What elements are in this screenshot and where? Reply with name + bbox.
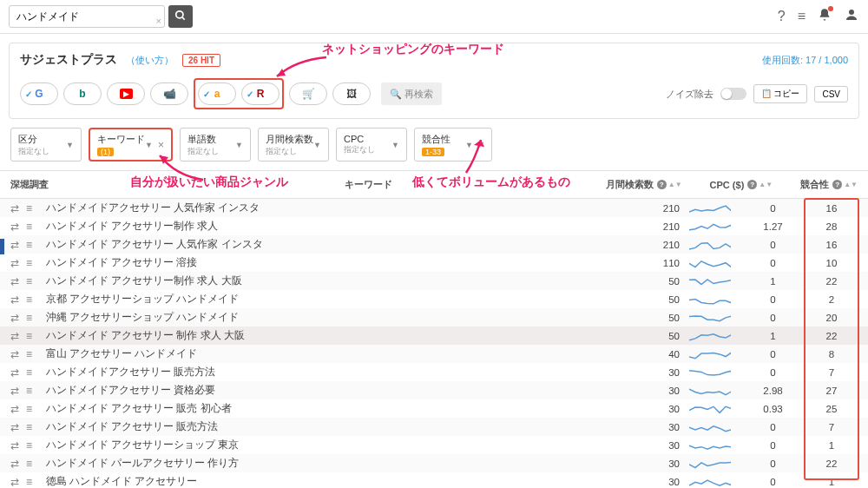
table-row[interactable]: ⇄≡ハンドメイドアクセサリー 人気作家 インスタ210016	[0, 199, 868, 217]
retweet-icon[interactable]: ⇄	[10, 385, 19, 397]
cell-cpc: 1	[740, 331, 806, 341]
menu-icon[interactable]: ≡	[26, 330, 32, 342]
menu-icon[interactable]: ≡	[26, 202, 32, 214]
cell-cpc: 0	[740, 458, 806, 469]
retweet-icon[interactable]: ⇄	[10, 366, 19, 379]
retweet-icon[interactable]: ⇄	[10, 330, 19, 342]
usage-link[interactable]: （使い方）	[126, 54, 174, 67]
filter-wordcount[interactable]: 単語数指定なし ▼	[180, 128, 251, 162]
table-row[interactable]: ⇄≡徳島 ハンドメイド アクセサリー3001	[0, 472, 868, 488]
retweet-icon[interactable]: ⇄	[10, 275, 19, 287]
menu-icon[interactable]: ≡	[26, 239, 32, 251]
filter-cpc[interactable]: CPC指定なし ▼	[336, 128, 407, 162]
close-icon[interactable]: ×	[158, 139, 164, 151]
table-row[interactable]: ⇄≡ハンドメイドアクセサリー 資格必要302.9827	[0, 381, 868, 399]
cell-cpc: 0	[740, 294, 806, 305]
svg-marker-3	[277, 69, 286, 76]
keyword-text: ハンドメイドアクセサリー 資格必要	[46, 384, 215, 397]
cell-cpc: 0	[740, 349, 806, 359]
filter-category[interactable]: 区分指定なし ▼	[10, 128, 82, 162]
source-youtube[interactable]: ▶	[107, 82, 145, 105]
table-row[interactable]: ⇄≡ハンドメイドアクセサリー 販売方法3007	[0, 363, 868, 381]
table-row[interactable]: ⇄≡ハンドメイド アクセサリー 溶接110010	[0, 254, 868, 272]
keyword-text: 徳島 ハンドメイド アクセサリー	[46, 475, 197, 488]
menu-icon[interactable]: ≡	[26, 275, 32, 287]
cell-volume: 30	[632, 404, 680, 414]
source-google[interactable]: G	[20, 82, 58, 105]
table-row[interactable]: ⇄≡ハンドメイド アクセサリー制作 求人 大阪50122	[0, 272, 868, 290]
filter-row: 区分指定なし ▼ キーワード(1) ▼× 単語数指定なし ▼ 月間検索数指定なし…	[10, 128, 858, 162]
user-icon[interactable]	[844, 7, 859, 26]
menu-icon[interactable]: ≡	[26, 385, 32, 397]
table-row[interactable]: ⇄≡富山 アクセサリー ハンドメイド4008	[0, 345, 868, 363]
menu-icon[interactable]: ≡	[26, 458, 32, 470]
retweet-icon[interactable]: ⇄	[10, 257, 19, 269]
menu-icon[interactable]: ≡	[26, 257, 32, 269]
retweet-icon[interactable]: ⇄	[10, 476, 19, 488]
table-row[interactable]: ⇄≡ハンドメイド アクセサリー 人気作家 インスタ210016	[0, 235, 868, 254]
noise-toggle[interactable]	[720, 88, 746, 100]
retweet-icon[interactable]: ⇄	[10, 239, 19, 251]
source-cart[interactable]: 🛒	[289, 82, 327, 105]
table-row[interactable]: ⇄≡ハンドメイド パールアクセサリー 作り方30022	[0, 454, 868, 472]
copy-button[interactable]: 📋 コピー	[753, 84, 808, 103]
table-row[interactable]: ⇄≡ハンドメイド アクセサリーショップ 東京3001	[0, 436, 868, 454]
retweet-icon[interactable]: ⇄	[10, 403, 19, 415]
col-volume[interactable]: 月間検索数?▲▼	[606, 178, 682, 191]
source-amazon[interactable]: a	[198, 82, 236, 105]
retweet-icon[interactable]: ⇄	[10, 221, 19, 233]
menu-icon[interactable]: ≡	[26, 421, 32, 433]
source-rakuten[interactable]: R	[241, 82, 279, 105]
keyword-text: ハンドメイド アクセサリー 販売 初心者	[46, 402, 232, 415]
menu-icon[interactable]: ≡	[26, 293, 32, 306]
cell-sparkline	[680, 385, 740, 397]
retweet-icon[interactable]: ⇄	[10, 421, 19, 433]
retweet-icon[interactable]: ⇄	[10, 348, 19, 360]
col-comp[interactable]: 競合性?▲▼	[800, 178, 858, 191]
retweet-icon[interactable]: ⇄	[10, 312, 19, 324]
cell-comp: 20	[806, 313, 858, 323]
table-row[interactable]: ⇄≡京都 アクセサリーショップ ハンドメイド5002	[0, 290, 868, 308]
csv-button[interactable]: CSV	[814, 86, 848, 102]
cell-comp: 7	[806, 367, 858, 378]
cell-comp: 8	[806, 349, 858, 359]
source-bing[interactable]: b	[63, 82, 102, 105]
close-icon[interactable]: ×	[478, 139, 484, 151]
keyword-text: ハンドメイド アクセサリー 溶接	[46, 256, 197, 269]
search-button[interactable]	[168, 5, 193, 28]
table-row[interactable]: ⇄≡ハンドメイド アクセサリー 販売方法3007	[0, 418, 868, 436]
menu-icon[interactable]: ≡	[26, 366, 32, 379]
menu-icon[interactable]: ≡	[26, 403, 32, 415]
table-row[interactable]: ⇄≡ハンドメイド アクセサリー制作 求人2101.2728	[0, 217, 868, 235]
table-row[interactable]: ⇄≡ハンドメイド アクセサリー 販売 初心者300.9325	[0, 399, 868, 418]
retweet-icon[interactable]: ⇄	[10, 439, 19, 452]
filter-keyword[interactable]: キーワード(1) ▼×	[89, 128, 173, 162]
clear-search-icon[interactable]: ×	[156, 16, 161, 26]
cell-comp: 10	[806, 258, 858, 268]
cell-volume: 30	[632, 458, 680, 469]
help-icon[interactable]: ?	[778, 9, 786, 24]
menu-icon[interactable]: ≡	[26, 439, 32, 452]
table-row[interactable]: ⇄≡ハンドメイド アクセサリー 制作 求人 大阪50122	[0, 326, 868, 345]
source-image[interactable]: 🖼	[332, 82, 371, 105]
filter-competition[interactable]: 競合性1-33 ▼×	[414, 128, 492, 162]
cell-comp: 28	[806, 221, 858, 232]
menu-icon[interactable]: ≡	[798, 9, 806, 24]
retweet-icon[interactable]: ⇄	[10, 202, 19, 214]
menu-icon[interactable]: ≡	[26, 476, 32, 488]
panel-title: サジェストプラス	[20, 52, 117, 68]
research-button[interactable]: 🔍 再検索	[381, 82, 442, 105]
menu-icon[interactable]: ≡	[26, 221, 32, 233]
bell-icon[interactable]	[818, 8, 832, 25]
retweet-icon[interactable]: ⇄	[10, 293, 19, 306]
menu-icon[interactable]: ≡	[26, 348, 32, 360]
search-input[interactable]	[9, 5, 165, 28]
cell-sparkline	[680, 257, 740, 269]
col-cpc[interactable]: CPC ($)?▲▼	[710, 180, 773, 190]
retweet-icon[interactable]: ⇄	[10, 458, 19, 470]
cell-comp: 27	[806, 386, 858, 396]
table-row[interactable]: ⇄≡沖縄 アクセサリーショップ ハンドメイド50020	[0, 308, 868, 326]
source-video[interactable]: 📹	[150, 82, 188, 105]
filter-volume[interactable]: 月間検索数指定なし ▼	[258, 128, 329, 162]
menu-icon[interactable]: ≡	[26, 312, 32, 324]
